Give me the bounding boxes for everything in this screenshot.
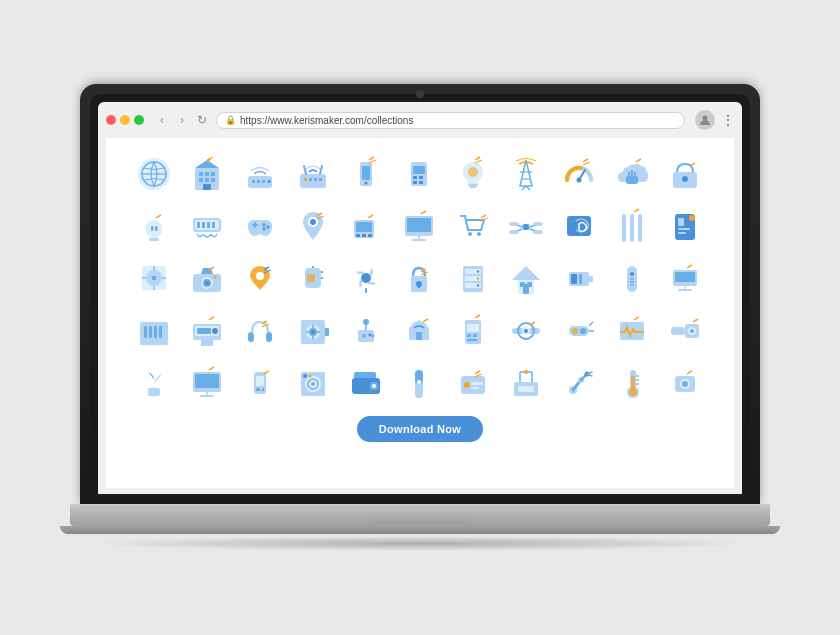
list-item — [555, 150, 603, 198]
list-item — [289, 150, 337, 198]
svg-rect-89 — [678, 232, 686, 234]
forward-button[interactable]: › — [174, 112, 190, 128]
svg-point-206 — [464, 382, 470, 388]
icons-grid — [130, 150, 710, 406]
svg-rect-207 — [471, 382, 483, 385]
svg-rect-10 — [211, 178, 215, 182]
svg-rect-9 — [205, 178, 209, 182]
screen-bezel: ‹ › ↻ 🔒 https://www.kerismaker.com/colle… — [90, 94, 750, 494]
svg-point-79 — [533, 230, 543, 234]
svg-rect-134 — [630, 284, 634, 286]
svg-rect-62 — [356, 222, 372, 232]
list-item — [395, 254, 443, 302]
list-item — [608, 306, 656, 354]
user-icon[interactable] — [695, 110, 715, 130]
svg-rect-127 — [571, 274, 577, 284]
svg-point-131 — [630, 272, 634, 276]
svg-rect-136 — [675, 272, 695, 282]
list-item — [502, 202, 550, 250]
minimize-button-yellow[interactable] — [120, 115, 130, 125]
svg-point-33 — [468, 167, 478, 177]
svg-rect-55 — [254, 222, 256, 228]
svg-rect-88 — [678, 228, 690, 230]
svg-point-0 — [703, 116, 708, 121]
list-item — [236, 254, 284, 302]
svg-point-69 — [468, 232, 472, 236]
svg-rect-52 — [207, 222, 210, 228]
maximize-button-green[interactable] — [134, 115, 144, 125]
download-now-button[interactable]: Download Now — [357, 416, 483, 442]
svg-point-109 — [361, 273, 371, 283]
svg-point-76 — [509, 222, 519, 226]
svg-rect-105 — [307, 274, 315, 282]
back-button[interactable]: ‹ — [154, 112, 170, 128]
list-item — [395, 358, 443, 406]
svg-rect-14 — [257, 180, 260, 183]
svg-rect-28 — [413, 166, 425, 174]
svg-rect-63 — [356, 234, 360, 237]
list-item — [236, 306, 284, 354]
svg-point-119 — [476, 277, 478, 279]
svg-rect-8 — [199, 178, 203, 182]
svg-rect-19 — [309, 178, 312, 181]
list-item — [449, 358, 497, 406]
svg-point-165 — [363, 319, 369, 325]
lock-icon: 🔒 — [225, 115, 236, 125]
menu-dots[interactable]: ⋮ — [721, 112, 734, 128]
svg-point-197 — [303, 374, 307, 378]
list-item — [661, 254, 709, 302]
list-item — [236, 202, 284, 250]
svg-rect-83 — [622, 214, 626, 242]
list-item — [130, 202, 178, 250]
svg-point-196 — [311, 382, 315, 386]
list-item — [502, 358, 550, 406]
download-button-wrapper: Download Now — [357, 416, 483, 442]
svg-point-78 — [509, 230, 519, 234]
svg-rect-143 — [140, 342, 168, 345]
list-item — [130, 150, 178, 198]
list-item — [342, 358, 390, 406]
svg-rect-43 — [682, 176, 688, 182]
svg-rect-158 — [325, 328, 329, 336]
browser-menu: ⋮ — [695, 110, 734, 130]
laptop-mockup: ‹ › ↻ 🔒 https://www.kerismaker.com/colle… — [80, 84, 760, 551]
svg-rect-31 — [413, 181, 417, 184]
svg-point-153 — [311, 330, 315, 334]
browser-toolbar: ‹ › ↻ 🔒 https://www.kerismaker.com/colle… — [106, 108, 734, 132]
laptop-base — [70, 504, 770, 526]
svg-rect-93 — [152, 276, 156, 280]
svg-rect-5 — [199, 172, 203, 176]
list-item — [130, 306, 178, 354]
svg-rect-50 — [197, 222, 200, 228]
svg-point-204 — [417, 380, 421, 384]
svg-rect-181 — [671, 327, 685, 335]
svg-rect-140 — [149, 326, 152, 338]
svg-rect-166 — [416, 332, 422, 340]
svg-rect-65 — [368, 234, 372, 237]
address-bar[interactable]: 🔒 https://www.kerismaker.com/collections — [216, 112, 685, 129]
svg-rect-25 — [362, 166, 370, 180]
svg-rect-64 — [362, 234, 366, 237]
list-item — [555, 306, 603, 354]
svg-rect-208 — [471, 387, 479, 389]
svg-point-103 — [256, 272, 264, 280]
list-item — [502, 150, 550, 198]
list-item — [289, 358, 337, 406]
svg-rect-192 — [262, 388, 264, 391]
svg-point-26 — [365, 182, 368, 185]
svg-rect-46 — [155, 226, 158, 231]
svg-marker-34 — [520, 160, 532, 186]
svg-rect-191 — [256, 388, 260, 391]
svg-point-201 — [372, 384, 376, 388]
svg-rect-87 — [678, 218, 684, 226]
svg-rect-149 — [266, 332, 272, 342]
svg-point-77 — [533, 222, 543, 226]
close-button-red[interactable] — [106, 115, 116, 125]
svg-rect-124 — [527, 282, 532, 287]
list-item — [183, 202, 231, 250]
refresh-button[interactable]: ↻ — [194, 112, 210, 128]
list-item — [183, 254, 231, 302]
svg-point-118 — [476, 270, 478, 272]
svg-line-22 — [304, 166, 306, 174]
svg-point-120 — [476, 284, 478, 286]
